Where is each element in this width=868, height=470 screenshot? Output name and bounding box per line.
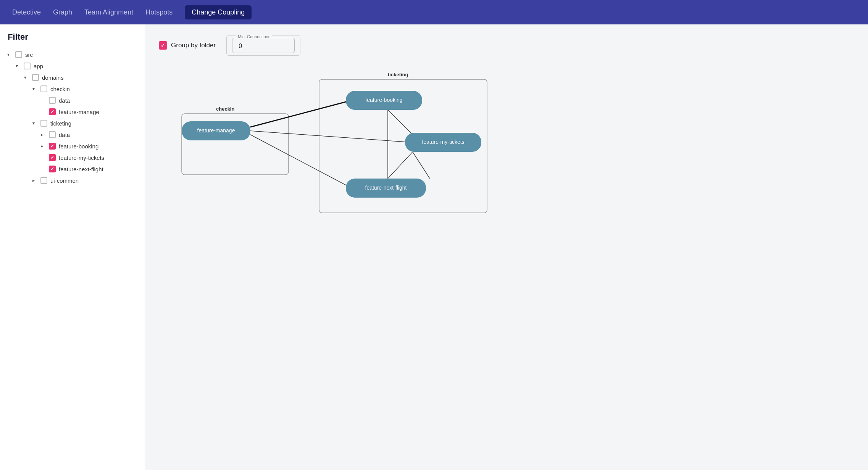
label-checkin: checkin (50, 86, 70, 92)
tree-item-checkin[interactable]: checkin (5, 83, 140, 95)
min-connections-legend: Min. Connections (236, 34, 272, 39)
tree-item-domains[interactable]: domains (5, 72, 140, 83)
group-by-folder-control: Group by folder (159, 41, 216, 50)
nav-graph[interactable]: Graph (53, 5, 72, 19)
label-ui-common: ui-common (50, 177, 79, 184)
tree-item-ticketing[interactable]: ticketing (5, 118, 140, 129)
ticketing-group-label: ticketing (388, 72, 408, 77)
cb-feature-manage[interactable] (49, 108, 56, 115)
sidebar-title: Filter (5, 32, 140, 42)
cb-domains[interactable] (32, 74, 39, 81)
cb-data[interactable] (49, 97, 56, 104)
node-feature-booking-label: feature-booking (365, 97, 402, 103)
chevron-ui-common[interactable] (30, 177, 37, 184)
chevron-src[interactable] (5, 51, 12, 58)
label-ticketing: ticketing (50, 120, 71, 127)
tree-item-ui-common[interactable]: ui-common (5, 175, 140, 186)
tree-item-feature-my-tickets[interactable]: feature-my-tickets (5, 152, 140, 163)
tree-item-feature-booking[interactable]: feature-booking (5, 140, 140, 152)
nav-change-coupling[interactable]: Change Coupling (185, 5, 252, 19)
edge-manage-nextflight (250, 135, 352, 188)
nav-detective[interactable]: Detective (12, 5, 41, 19)
main-content: Group by folder Min. Connections checkin… (145, 24, 868, 470)
label-app: app (34, 63, 43, 69)
cb-checkin[interactable] (40, 85, 47, 92)
label-feature-booking: feature-booking (59, 143, 98, 150)
layout: Filter src app domains checkin (0, 24, 868, 470)
tree-item-src[interactable]: src (5, 49, 140, 60)
edge-mytickets-nextflight (413, 152, 430, 179)
group-by-folder-checkbox[interactable] (159, 41, 167, 50)
label-ticketing-data: data (59, 132, 70, 138)
cb-src[interactable] (15, 51, 22, 58)
tree-item-ticketing-data[interactable]: data (5, 129, 140, 140)
label-feature-next-flight: feature-next-flight (59, 166, 103, 172)
node-feature-next-flight-label: feature-next-flight (365, 185, 407, 191)
tree-item-feature-manage[interactable]: feature-manage (5, 106, 140, 118)
chevron-ticketing[interactable] (30, 119, 37, 127)
chevron-app[interactable] (13, 62, 21, 70)
edge-nextflight-mytickets (388, 152, 413, 179)
graph-area: checkin ticketing (159, 68, 854, 230)
min-connections-input[interactable] (239, 43, 288, 50)
edge-booking-mytickets (388, 110, 413, 135)
cb-ui-common[interactable] (40, 177, 47, 184)
tree-item-data[interactable]: data (5, 95, 140, 106)
label-feature-manage: feature-manage (59, 109, 99, 115)
sidebar: Filter src app domains checkin (0, 24, 145, 470)
coupling-graph-svg: checkin ticketing (159, 68, 502, 228)
chevron-feature-booking[interactable] (38, 142, 46, 150)
label-domains: domains (42, 74, 64, 81)
edge-manage-mytickets (250, 131, 411, 142)
tree-item-feature-next-flight[interactable]: feature-next-flight (5, 163, 140, 175)
cb-feature-booking[interactable] (49, 143, 56, 150)
checkin-group-label: checkin (216, 106, 234, 112)
cb-feature-my-tickets[interactable] (49, 154, 56, 161)
label-feature-my-tickets: feature-my-tickets (59, 155, 104, 161)
nav-hotspots[interactable]: Hotspots (145, 5, 173, 19)
chevron-ticketing-data[interactable] (38, 131, 46, 138)
label-data: data (59, 97, 70, 104)
chevron-checkin[interactable] (30, 85, 37, 93)
tree-item-app[interactable]: app (5, 60, 140, 72)
nav-team-alignment[interactable]: Team Alignment (84, 5, 133, 19)
label-src: src (25, 52, 33, 58)
cb-app[interactable] (24, 63, 31, 69)
controls-row: Group by folder Min. Connections (159, 35, 854, 56)
min-connections-field: Min. Connections (226, 35, 300, 56)
group-by-folder-label: Group by folder (171, 42, 216, 49)
node-feature-manage-label: feature-manage (197, 127, 235, 134)
nav-bar: Detective Graph Team Alignment Hotspots … (0, 0, 868, 24)
cb-feature-next-flight[interactable] (49, 166, 56, 172)
chevron-domains[interactable] (21, 74, 29, 81)
cb-ticketing[interactable] (40, 120, 47, 127)
node-feature-my-tickets-label: feature-my-tickets (422, 139, 464, 145)
cb-ticketing-data[interactable] (49, 131, 56, 138)
